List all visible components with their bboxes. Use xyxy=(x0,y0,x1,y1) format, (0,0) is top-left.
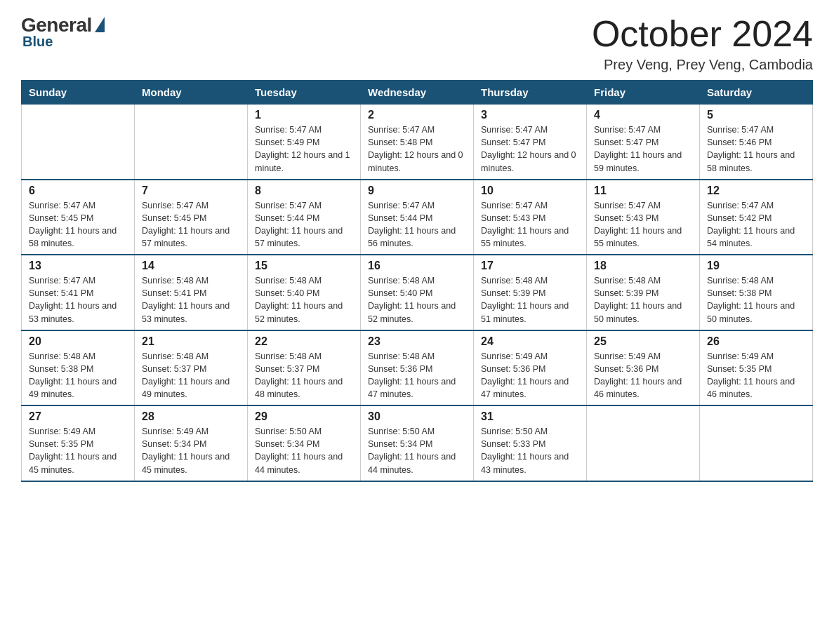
day-number: 16 xyxy=(368,260,466,272)
day-number: 21 xyxy=(142,335,240,348)
day-info: Sunrise: 5:48 AMSunset: 5:41 PMDaylight:… xyxy=(142,274,240,326)
day-info: Sunrise: 5:49 AMSunset: 5:36 PMDaylight:… xyxy=(594,350,692,401)
header-thursday: Thursday xyxy=(474,81,587,105)
logo-arrow-icon xyxy=(95,17,105,32)
day-number: 25 xyxy=(594,335,692,348)
day-info: Sunrise: 5:49 AMSunset: 5:35 PMDaylight:… xyxy=(29,425,127,476)
day-info: Sunrise: 5:47 AMSunset: 5:44 PMDaylight:… xyxy=(255,199,353,250)
header-monday: Monday xyxy=(135,81,248,105)
day-number: 1 xyxy=(255,109,353,121)
day-number: 20 xyxy=(29,335,127,348)
calendar-cell: 9Sunrise: 5:47 AMSunset: 5:44 PMDaylight… xyxy=(361,180,474,255)
day-number: 26 xyxy=(707,335,805,348)
day-info: Sunrise: 5:47 AMSunset: 5:47 PMDaylight:… xyxy=(481,123,579,175)
calendar-cell: 10Sunrise: 5:47 AMSunset: 5:43 PMDayligh… xyxy=(474,180,587,255)
day-info: Sunrise: 5:47 AMSunset: 5:44 PMDaylight:… xyxy=(368,199,466,250)
day-info: Sunrise: 5:47 AMSunset: 5:47 PMDaylight:… xyxy=(594,123,692,175)
day-number: 22 xyxy=(255,335,353,348)
calendar-cell xyxy=(587,405,700,481)
day-number: 7 xyxy=(142,185,240,197)
day-number: 18 xyxy=(594,260,692,272)
calendar-cell: 5Sunrise: 5:47 AMSunset: 5:46 PMDaylight… xyxy=(700,105,813,180)
day-info: Sunrise: 5:48 AMSunset: 5:36 PMDaylight:… xyxy=(368,350,466,401)
day-info: Sunrise: 5:47 AMSunset: 5:46 PMDaylight:… xyxy=(707,123,805,175)
day-number: 9 xyxy=(368,185,466,197)
page-header: General Blue October 2024 Prey Veng, Pre… xyxy=(21,14,813,73)
calendar-cell: 27Sunrise: 5:49 AMSunset: 5:35 PMDayligh… xyxy=(22,405,135,481)
day-info: Sunrise: 5:48 AMSunset: 5:39 PMDaylight:… xyxy=(481,274,579,326)
calendar-cell: 17Sunrise: 5:48 AMSunset: 5:39 PMDayligh… xyxy=(474,255,587,330)
calendar-cell: 23Sunrise: 5:48 AMSunset: 5:36 PMDayligh… xyxy=(361,330,474,406)
calendar-cell: 25Sunrise: 5:49 AMSunset: 5:36 PMDayligh… xyxy=(587,330,700,406)
calendar-cell: 12Sunrise: 5:47 AMSunset: 5:42 PMDayligh… xyxy=(700,180,813,255)
calendar-cell: 19Sunrise: 5:48 AMSunset: 5:38 PMDayligh… xyxy=(700,255,813,330)
day-info: Sunrise: 5:48 AMSunset: 5:37 PMDaylight:… xyxy=(142,350,240,401)
day-number: 3 xyxy=(481,109,579,121)
calendar-cell xyxy=(135,105,248,180)
calendar-cell: 22Sunrise: 5:48 AMSunset: 5:37 PMDayligh… xyxy=(248,330,361,406)
calendar-cell xyxy=(700,405,813,481)
day-number: 6 xyxy=(29,185,127,197)
calendar-cell: 11Sunrise: 5:47 AMSunset: 5:43 PMDayligh… xyxy=(587,180,700,255)
calendar-week-5: 27Sunrise: 5:49 AMSunset: 5:35 PMDayligh… xyxy=(22,405,813,481)
calendar-cell: 29Sunrise: 5:50 AMSunset: 5:34 PMDayligh… xyxy=(248,405,361,481)
calendar-cell: 7Sunrise: 5:47 AMSunset: 5:45 PMDaylight… xyxy=(135,180,248,255)
day-number: 5 xyxy=(707,109,805,121)
day-number: 17 xyxy=(481,260,579,272)
day-info: Sunrise: 5:48 AMSunset: 5:39 PMDaylight:… xyxy=(594,274,692,326)
calendar-cell: 13Sunrise: 5:47 AMSunset: 5:41 PMDayligh… xyxy=(22,255,135,330)
header-sunday: Sunday xyxy=(22,81,135,105)
calendar-cell: 24Sunrise: 5:49 AMSunset: 5:36 PMDayligh… xyxy=(474,330,587,406)
day-info: Sunrise: 5:48 AMSunset: 5:40 PMDaylight:… xyxy=(368,274,466,326)
day-info: Sunrise: 5:49 AMSunset: 5:36 PMDaylight:… xyxy=(481,350,579,401)
calendar-cell: 6Sunrise: 5:47 AMSunset: 5:45 PMDaylight… xyxy=(22,180,135,255)
calendar-cell: 1Sunrise: 5:47 AMSunset: 5:49 PMDaylight… xyxy=(248,105,361,180)
calendar-cell: 30Sunrise: 5:50 AMSunset: 5:34 PMDayligh… xyxy=(361,405,474,481)
day-info: Sunrise: 5:47 AMSunset: 5:42 PMDaylight:… xyxy=(707,199,805,250)
calendar-cell: 20Sunrise: 5:48 AMSunset: 5:38 PMDayligh… xyxy=(22,330,135,406)
day-number: 13 xyxy=(29,260,127,272)
day-info: Sunrise: 5:49 AMSunset: 5:35 PMDaylight:… xyxy=(707,350,805,401)
day-number: 2 xyxy=(368,109,466,121)
day-info: Sunrise: 5:48 AMSunset: 5:40 PMDaylight:… xyxy=(255,274,353,326)
day-info: Sunrise: 5:47 AMSunset: 5:49 PMDaylight:… xyxy=(255,123,353,175)
day-number: 15 xyxy=(255,260,353,272)
day-number: 4 xyxy=(594,109,692,121)
calendar-week-4: 20Sunrise: 5:48 AMSunset: 5:38 PMDayligh… xyxy=(22,330,813,406)
day-info: Sunrise: 5:48 AMSunset: 5:38 PMDaylight:… xyxy=(707,274,805,326)
logo: General Blue xyxy=(21,14,105,50)
day-info: Sunrise: 5:47 AMSunset: 5:45 PMDaylight:… xyxy=(142,199,240,250)
day-info: Sunrise: 5:49 AMSunset: 5:34 PMDaylight:… xyxy=(142,425,240,476)
calendar-cell: 2Sunrise: 5:47 AMSunset: 5:48 PMDaylight… xyxy=(361,105,474,180)
calendar-cell: 8Sunrise: 5:47 AMSunset: 5:44 PMDaylight… xyxy=(248,180,361,255)
day-number: 23 xyxy=(368,335,466,348)
calendar-week-2: 6Sunrise: 5:47 AMSunset: 5:45 PMDaylight… xyxy=(22,180,813,255)
subtitle: Prey Veng, Prey Veng, Cambodia xyxy=(592,57,813,73)
calendar-cell: 16Sunrise: 5:48 AMSunset: 5:40 PMDayligh… xyxy=(361,255,474,330)
day-number: 8 xyxy=(255,185,353,197)
day-number: 10 xyxy=(481,185,579,197)
title-block: October 2024 Prey Veng, Prey Veng, Cambo… xyxy=(592,14,813,73)
day-number: 14 xyxy=(142,260,240,272)
day-number: 27 xyxy=(29,410,127,423)
calendar-cell: 4Sunrise: 5:47 AMSunset: 5:47 PMDaylight… xyxy=(587,105,700,180)
day-number: 24 xyxy=(481,335,579,348)
calendar-header-row: SundayMondayTuesdayWednesdayThursdayFrid… xyxy=(22,81,813,105)
calendar-cell: 3Sunrise: 5:47 AMSunset: 5:47 PMDaylight… xyxy=(474,105,587,180)
calendar-table: SundayMondayTuesdayWednesdayThursdayFrid… xyxy=(21,80,813,482)
main-title: October 2024 xyxy=(592,14,813,54)
day-number: 31 xyxy=(481,410,579,423)
calendar-cell: 21Sunrise: 5:48 AMSunset: 5:37 PMDayligh… xyxy=(135,330,248,406)
calendar-cell: 28Sunrise: 5:49 AMSunset: 5:34 PMDayligh… xyxy=(135,405,248,481)
day-info: Sunrise: 5:47 AMSunset: 5:45 PMDaylight:… xyxy=(29,199,127,250)
day-number: 30 xyxy=(368,410,466,423)
day-number: 28 xyxy=(142,410,240,423)
day-number: 11 xyxy=(594,185,692,197)
day-number: 12 xyxy=(707,185,805,197)
day-info: Sunrise: 5:50 AMSunset: 5:33 PMDaylight:… xyxy=(481,425,579,476)
day-info: Sunrise: 5:47 AMSunset: 5:43 PMDaylight:… xyxy=(481,199,579,250)
day-info: Sunrise: 5:47 AMSunset: 5:48 PMDaylight:… xyxy=(368,123,466,175)
calendar-cell: 14Sunrise: 5:48 AMSunset: 5:41 PMDayligh… xyxy=(135,255,248,330)
day-info: Sunrise: 5:47 AMSunset: 5:43 PMDaylight:… xyxy=(594,199,692,250)
day-info: Sunrise: 5:47 AMSunset: 5:41 PMDaylight:… xyxy=(29,274,127,326)
